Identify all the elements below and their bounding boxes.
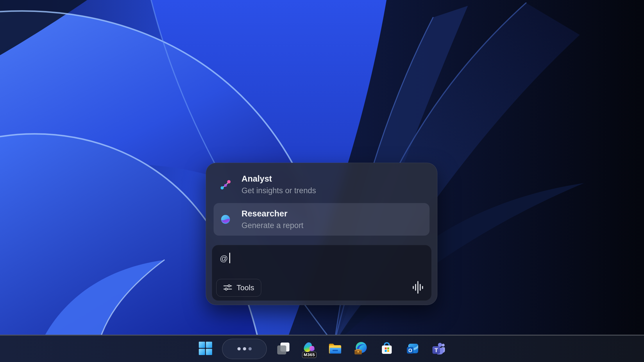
agent-options-list: Analyst Get insights or trends (214, 168, 430, 236)
microsoft-store-button[interactable] (378, 340, 396, 358)
analyst-trend-icon (219, 178, 232, 191)
agent-title: Analyst (242, 174, 316, 184)
windows-start-icon (198, 341, 212, 356)
sliders-icon (223, 284, 232, 292)
prompt-input-box[interactable]: @ Tools (212, 245, 432, 301)
agent-subtitle: Get insights or trends (242, 186, 316, 195)
search-ellipsis-dot (243, 347, 246, 350)
task-view-icon (276, 341, 290, 356)
prompt-input-text: @ (220, 254, 228, 263)
agent-title: Researcher (242, 209, 303, 219)
voice-waveform-icon (411, 281, 425, 295)
taskbar-icon-group: M365 (196, 339, 448, 359)
copilot-agent-popup: Analyst Get insights or trends (206, 163, 437, 305)
agent-option-text: Researcher Generate a report (242, 209, 303, 230)
tools-label: Tools (237, 283, 254, 292)
m365-badge: M365 (302, 352, 316, 358)
taskbar-search-box[interactable] (222, 339, 267, 359)
m365-copilot-button[interactable]: M365 (300, 340, 319, 358)
researcher-sphere-icon (219, 213, 232, 225)
agent-subtitle: Generate a report (242, 221, 303, 230)
prompt-input-value[interactable]: @ (220, 253, 230, 264)
search-ellipsis-dot (248, 347, 252, 350)
file-explorer-button[interactable] (326, 340, 344, 358)
svg-text:T: T (434, 347, 438, 353)
teams-icon: T (432, 341, 446, 356)
outlook-button[interactable]: O (403, 340, 422, 358)
teams-button[interactable]: T (429, 340, 448, 358)
start-button[interactable] (196, 340, 215, 358)
edge-browser-icon (354, 341, 368, 356)
desktop: Analyst Get insights or trends (0, 0, 644, 362)
taskbar: M365 (0, 335, 644, 362)
svg-text:O: O (408, 348, 412, 353)
voice-input-button[interactable] (411, 281, 425, 295)
text-caret (229, 253, 230, 263)
agent-option-analyst[interactable]: Analyst Get insights or trends (214, 168, 430, 201)
outlook-icon: O (406, 341, 420, 356)
task-view-button[interactable] (274, 340, 293, 358)
file-explorer-icon (328, 341, 342, 356)
tools-button[interactable]: Tools (216, 279, 261, 297)
edge-button[interactable] (352, 340, 370, 358)
agent-option-researcher[interactable]: Researcher Generate a report (214, 203, 430, 236)
agent-option-text: Analyst Get insights or trends (242, 174, 316, 195)
search-ellipsis-dot (237, 347, 241, 350)
microsoft-store-icon (380, 341, 394, 356)
